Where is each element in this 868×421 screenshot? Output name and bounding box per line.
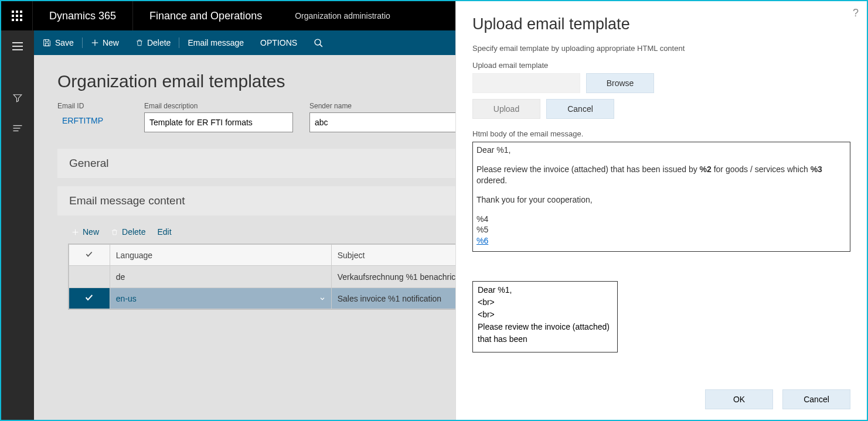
content-new-button[interactable]: New [72, 227, 99, 237]
emailmsg-label: Email message [188, 38, 244, 47]
options-label: OPTIONS [260, 38, 297, 47]
hamburger-icon [12, 42, 23, 50]
new-button[interactable]: New [83, 30, 127, 55]
html-preview[interactable]: Dear %1, Please review the invoice (atta… [472, 142, 850, 252]
svg-line-7 [320, 44, 322, 46]
panel-desc: Specify email template by uploading appr… [472, 44, 850, 53]
emailid-label: Email ID [57, 102, 128, 110]
chevron-down-icon[interactable] [319, 296, 325, 302]
svg-point-6 [315, 39, 321, 45]
ok-button[interactable]: OK [705, 389, 773, 409]
delete-button[interactable]: Delete [127, 30, 179, 55]
content-edit-button[interactable]: Edit [157, 227, 171, 237]
module-title[interactable]: Finance and Operations [132, 1, 278, 30]
upload-panel: ? Upload email template Specify email te… [455, 1, 867, 420]
svg-rect-3 [45, 43, 48, 46]
waffle-icon [12, 11, 22, 21]
new-label: New [103, 38, 119, 47]
funnel-icon [12, 93, 23, 103]
trash-icon [135, 38, 144, 47]
browse-button[interactable]: Browse [586, 73, 654, 93]
hamburger-button[interactable] [9, 37, 26, 55]
plus-icon [91, 39, 99, 47]
email-message-button[interactable]: Email message [179, 30, 252, 55]
sender-input[interactable] [309, 112, 458, 132]
list-button[interactable] [9, 119, 26, 137]
raw-html-textarea[interactable] [472, 281, 618, 352]
filter-button[interactable] [9, 89, 26, 107]
app-launcher-button[interactable] [1, 1, 33, 30]
left-rail [1, 30, 34, 420]
save-button[interactable]: Save [34, 30, 82, 55]
search-icon [314, 38, 324, 48]
brand-title[interactable]: Dynamics 365 [33, 1, 132, 30]
cancel-upload-button[interactable]: Cancel [546, 99, 614, 119]
grid-header-language[interactable]: Language [110, 245, 331, 266]
trash-icon [111, 228, 118, 237]
sender-label: Sender name [309, 102, 458, 110]
plus-icon [72, 228, 79, 236]
emaildesc-input[interactable] [144, 112, 293, 132]
options-button[interactable]: OPTIONS [252, 30, 305, 55]
file-input[interactable] [472, 73, 580, 93]
delete-label: Delete [147, 38, 171, 47]
help-icon: ? [853, 7, 859, 19]
upload-button[interactable]: Upload [472, 99, 540, 119]
panel-title: Upload email template [472, 15, 850, 33]
breadcrumb[interactable]: Organization administratio [278, 1, 407, 30]
grid-header-mark[interactable] [69, 245, 110, 266]
upload-label: Upload email template [472, 61, 850, 70]
save-label: Save [55, 38, 74, 47]
cancel-button[interactable]: Cancel [782, 389, 850, 409]
search-button[interactable] [305, 30, 332, 55]
content-delete-button[interactable]: Delete [111, 227, 145, 237]
emailid-value[interactable]: ERFTITMP [57, 112, 128, 129]
htmlbody-label: Html body of the email message. [472, 129, 850, 138]
help-button[interactable]: ? [853, 7, 859, 19]
emaildesc-label: Email description [144, 102, 293, 110]
save-icon [42, 38, 52, 47]
preview-link[interactable]: %6 [476, 236, 488, 245]
list-icon [12, 124, 23, 132]
